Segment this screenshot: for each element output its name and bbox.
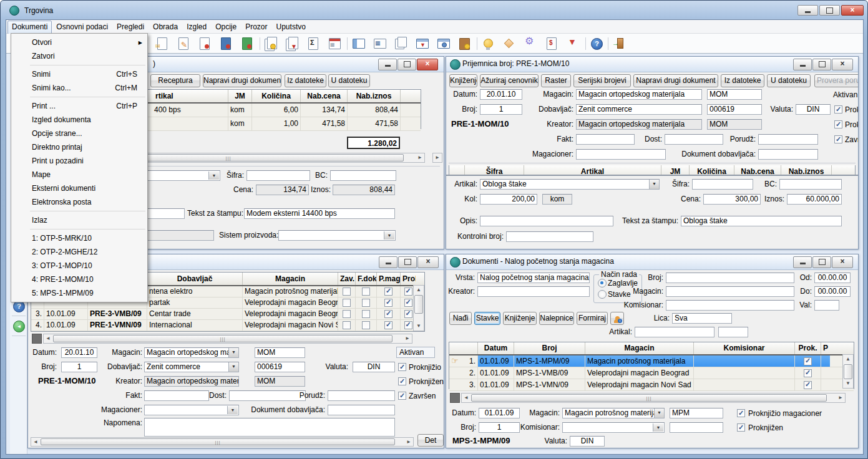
scroll-left-icon[interactable]: ◄ (31, 438, 40, 446)
scroll-right-icon[interactable]: ► (416, 153, 424, 162)
detalji-button[interactable]: Det (417, 434, 444, 447)
dobavljac-kod-field[interactable]: 000619 (255, 362, 305, 372)
do-field[interactable]: 00.00.00 (814, 286, 851, 297)
magacioner-field[interactable] (576, 149, 666, 160)
minimize-button[interactable] (797, 5, 818, 16)
u-datoteku-button[interactable]: U datoteku (767, 74, 811, 87)
prok-checkbox[interactable] (404, 321, 412, 329)
cena-field[interactable]: 300,00 (703, 194, 761, 205)
book-idea-icon[interactable] (457, 36, 472, 51)
magacin-kod-field[interactable]: MPM (670, 408, 723, 418)
close-button[interactable]: × (417, 256, 439, 268)
menubar-item-dokumenti[interactable]: Dokumenti (7, 21, 52, 34)
horizontal-scrollbar[interactable]: ◄ ||| ► (31, 437, 414, 447)
chevron-down-icon[interactable]: ▼ (228, 348, 238, 357)
zav-checkbox[interactable] (343, 321, 351, 329)
mail-document-icon[interactable]: ✉ (155, 36, 170, 51)
kontrolni-broj-field[interactable] (506, 231, 593, 242)
save-blue-icon[interactable] (218, 36, 233, 51)
iznos-field[interactable]: 60.000,00 (787, 194, 842, 205)
scroll-left-icon[interactable]: ◄ (462, 394, 471, 402)
proknjizio-magacioner-checkbox[interactable] (737, 409, 745, 417)
menu-item-opcije-strane[interactable]: Opcije strane... (11, 127, 147, 140)
prok-checkbox[interactable] (804, 381, 812, 389)
menubar-item-osnovni-podaci[interactable]: Osnovni podaci (52, 21, 112, 33)
menubar-item-obrada[interactable]: Obrada (149, 21, 182, 33)
zavrsen-checkbox[interactable] (834, 135, 842, 143)
menu-item-elektronska-posta[interactable]: Elektronska posta (11, 195, 147, 209)
scroll-right-icon[interactable]: ► (836, 394, 845, 402)
sifra-field[interactable] (246, 170, 310, 181)
panel-grid-icon[interactable]: ▦ (372, 36, 387, 51)
napravi-drugi-dokument-button[interactable]: Napravi drugi dokument (203, 74, 281, 87)
calendar-icon[interactable]: ▦ (327, 36, 342, 51)
prok-checkbox[interactable] (404, 310, 412, 318)
u-datoteku-button[interactable]: U datoteku (328, 74, 370, 87)
fdok-checkbox[interactable] (362, 310, 370, 318)
chevron-down-icon[interactable]: ▼ (384, 231, 394, 239)
prok-checkbox[interactable] (404, 287, 412, 296)
broj-field[interactable]: 1 (479, 422, 520, 433)
person-info-button[interactable]: i (610, 312, 624, 325)
knjizenje-button[interactable]: Knjiženje (503, 312, 537, 325)
komisionar-filter-field[interactable] (666, 300, 794, 311)
dobavljac-kod-field[interactable]: 000619 (707, 104, 762, 115)
menu-item-print[interactable]: Print ...Ctrl+P (11, 99, 147, 113)
menu-item-eksterni-dokumenti[interactable]: Eksterni dokumenti (11, 181, 147, 195)
vrsta-field[interactable]: Nalog početnog stanja magacina (477, 273, 590, 283)
bc-field[interactable] (330, 170, 396, 181)
table-row[interactable]: 3. 10.01.09 PRE-3-VMB/09 Centar trade Ve… (31, 309, 424, 320)
receptura-button[interactable]: Receptura (150, 74, 200, 87)
azuriraj-cenovnik-button[interactable]: Ažuriraj cenovnik (480, 74, 539, 87)
menu-item-snimi[interactable]: SnimiCtrl+S (11, 67, 147, 81)
sistem-proizvoda-combo[interactable]: ▼ (278, 230, 396, 241)
menu-item-snimi-kao[interactable]: Snimi kao...Ctrl+M (11, 81, 147, 95)
fakt-field[interactable] (576, 134, 635, 145)
stavke-button[interactable]: Stavke (474, 312, 500, 325)
komisionar-combo[interactable]: ▼ (562, 422, 665, 433)
knjizenje-button[interactable]: Knjiženje (449, 74, 477, 87)
titlebar[interactable]: Dokumenti - Nalog početnog stanja magaci… (446, 254, 858, 270)
nalepnice-button[interactable]: Nalepnice (539, 312, 574, 325)
scroll-thumb[interactable]: ||| (471, 394, 827, 402)
lica-field[interactable]: Sva (672, 313, 732, 324)
menubar-item-prozor[interactable]: Prozor (241, 21, 271, 33)
fdok-checkbox[interactable] (362, 287, 370, 296)
fakt-field[interactable] (144, 390, 209, 401)
sum-icon[interactable]: Σ (306, 36, 321, 51)
edit-document-icon[interactable]: ✎ (176, 36, 191, 51)
dokument-dobavljaca-field[interactable] (328, 405, 395, 415)
help-icon[interactable]: ? (589, 36, 604, 51)
table-row[interactable]: 2. 01.01.09 MPS-1-VMB/09 Veleprodajni ma… (449, 367, 854, 379)
datum-field[interactable]: 20.01.10 (480, 89, 522, 100)
menu-item-recent-2[interactable]: 2: OTP-2-MGHE/12 (11, 245, 147, 259)
minimize-button[interactable] (378, 59, 397, 70)
scroll-thumb[interactable] (844, 364, 852, 379)
vertical-scrollbar[interactable]: ▲ ▼ (842, 354, 854, 389)
pmag-checkbox[interactable] (384, 321, 393, 329)
artikal-filter-field[interactable] (635, 327, 714, 337)
minimize-button[interactable] (793, 256, 812, 268)
chevron-down-icon[interactable]: ▼ (208, 172, 219, 180)
vertical-scrollbar[interactable]: ▲ ▼ (413, 285, 424, 331)
exit-icon[interactable]: → (612, 36, 627, 51)
pane-splitter[interactable] (450, 393, 460, 403)
settings-gear-icon[interactable]: ⚙ (523, 36, 538, 51)
magacin-filter-field[interactable] (666, 286, 794, 297)
porudz-field[interactable] (328, 390, 395, 401)
dobavljac-field[interactable]: Zenit commerce (576, 104, 702, 115)
idea-icon[interactable] (480, 36, 495, 51)
artikal-combo[interactable]: Obloga štake (480, 179, 660, 190)
scroll-right-icon[interactable]: ► (403, 334, 412, 343)
panel-left-icon[interactable] (351, 36, 366, 51)
close-button[interactable]: × (417, 59, 438, 70)
copy-idea-icon[interactable] (263, 36, 278, 51)
zavrsen-checkbox[interactable] (398, 392, 406, 400)
magacin-kod-field[interactable]: MOM (255, 347, 305, 358)
window-search-icon[interactable] (436, 36, 451, 51)
menu-item-recent-3[interactable]: 3: OTP-1-MOP/10 (11, 259, 147, 273)
scroll-thumb[interactable]: ||| (41, 438, 395, 445)
sifra-field[interactable] (692, 179, 753, 190)
tekst-za-stampu-field[interactable]: Obloga štake (681, 216, 842, 226)
menu-item-recent-4[interactable]: 4: PRE-1-MOM/10 (11, 273, 147, 286)
